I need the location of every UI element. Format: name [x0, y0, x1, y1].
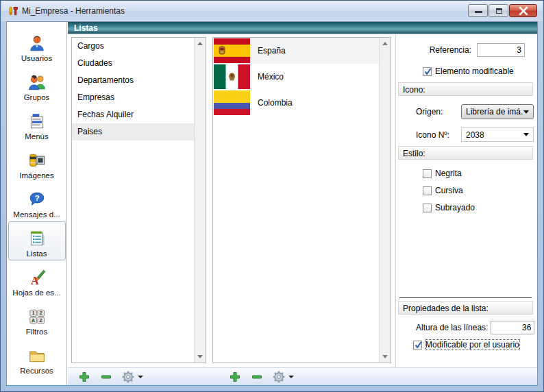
- reference-input[interactable]: [477, 43, 525, 57]
- elemento-modificable-label: Elemento modificable: [435, 66, 514, 76]
- element-label: España: [258, 46, 286, 56]
- page-title: Listas: [74, 23, 98, 33]
- estilo-section-header: Estilo:: [398, 146, 533, 160]
- panel-separator: [395, 34, 396, 367]
- remove-button[interactable]: [250, 370, 264, 384]
- user-icon: [27, 34, 47, 53]
- sidebar-item-label: Menús: [25, 132, 49, 140]
- close-button[interactable]: [509, 4, 537, 17]
- subrayado-checkbox[interactable]: [423, 204, 432, 212]
- chevron-down-icon: [523, 110, 529, 114]
- scroll-up-icon[interactable]: [195, 38, 206, 49]
- maximize-button[interactable]: [489, 4, 508, 17]
- scroll-down-icon[interactable]: [380, 351, 391, 363]
- svg-text:?: ?: [34, 193, 39, 203]
- cursiva-label: Cursiva: [435, 186, 463, 195]
- altura-input[interactable]: [491, 321, 534, 334]
- svg-text:2: 2: [39, 310, 42, 315]
- sidebar-item-label: Hojas de es...: [12, 289, 60, 297]
- app-tools-icon: [8, 5, 18, 16]
- sidebar-item-listas[interactable]: Listas: [8, 221, 66, 260]
- element-row-espana[interactable]: España: [213, 38, 379, 64]
- maximize-icon: [496, 8, 502, 14]
- element-label: México: [258, 72, 284, 82]
- chevron-down-icon: [138, 376, 143, 378]
- check-icon: [423, 67, 432, 76]
- notepad-icon: [27, 229, 47, 248]
- origen-combobox[interactable]: Librería de imá...: [461, 104, 534, 119]
- filter-keys-icon: 1 2 A Z: [27, 307, 47, 326]
- add-icon: [229, 371, 241, 383]
- cursiva-checkbox[interactable]: [423, 186, 432, 195]
- svg-text:1: 1: [32, 310, 34, 315]
- window-title: Mi_Empresa - Herramientas: [22, 6, 125, 16]
- list-item[interactable]: Cargos: [72, 38, 194, 55]
- element-label: Colombia: [258, 98, 293, 108]
- propiedades-section-header: Propiedades de la lista:: [398, 301, 533, 315]
- element-row-mexico[interactable]: México: [213, 64, 379, 90]
- lists-toolbar: [77, 370, 143, 384]
- modificable-usuario-checkbox[interactable]: [413, 341, 422, 350]
- lists-listbox: Cargos Ciudades Departamentos Empresas F…: [71, 37, 206, 363]
- sidebar-item-recursos[interactable]: Recursos: [8, 339, 66, 378]
- sidebar-item-menus[interactable]: Menús: [8, 104, 66, 143]
- svg-text:A: A: [32, 318, 35, 323]
- remove-icon: [251, 371, 263, 383]
- colombia-flag-icon: [214, 90, 250, 115]
- settings-gear-icon: [121, 370, 135, 384]
- list-item[interactable]: Ciudades: [72, 55, 194, 72]
- scroll-down-icon[interactable]: [195, 351, 206, 363]
- lists-scrollbar[interactable]: [194, 38, 206, 363]
- check-icon: [414, 341, 423, 350]
- title-bar[interactable]: Mi_Empresa - Herramientas: [1, 1, 543, 21]
- settings-menu-button[interactable]: [121, 370, 143, 384]
- panels: Cargos Ciudades Departamentos Empresas F…: [68, 34, 537, 367]
- sidebar-item-grupos[interactable]: Grupos: [8, 65, 66, 104]
- remove-icon: [100, 371, 112, 383]
- section-divider: [399, 297, 532, 298]
- film-icon: [27, 151, 47, 170]
- altura-label: Altura de las líneas:: [416, 323, 488, 332]
- scroll-up-icon[interactable]: [380, 38, 391, 49]
- sidebar-item-usuarios[interactable]: Usuarios: [8, 26, 66, 65]
- list-item[interactable]: Fechas Alquiler: [72, 106, 194, 123]
- list-item-selected[interactable]: Paises: [72, 123, 194, 140]
- add-button[interactable]: [77, 370, 91, 384]
- negrita-checkbox[interactable]: [423, 169, 432, 178]
- close-icon: [519, 7, 528, 15]
- icono-section-header: Icono:: [398, 82, 533, 96]
- list-item[interactable]: Departamentos: [72, 72, 194, 89]
- elements-listbox: España México: [212, 37, 391, 363]
- elements-scrollbar[interactable]: [379, 38, 391, 363]
- minimize-button[interactable]: [468, 4, 488, 17]
- modificable-usuario-label: Modificable por el usuario: [425, 340, 519, 350]
- origen-label: Origen:: [416, 107, 454, 117]
- settings-gear-icon: [272, 370, 286, 384]
- remove-button[interactable]: [99, 370, 113, 384]
- elements-toolbar: [228, 370, 294, 384]
- sidebar-item-mensajes[interactable]: ? Mensajes d...: [8, 182, 66, 221]
- elemento-modificable-checkbox[interactable]: [423, 67, 432, 76]
- add-button[interactable]: [228, 370, 242, 384]
- sidebar-item-filtros[interactable]: 1 2 A Z Filtros: [8, 299, 66, 339]
- svg-text:Z: Z: [39, 318, 42, 323]
- settings-menu-button[interactable]: [272, 370, 294, 384]
- app-window: Mi_Empresa - Herramientas: [0, 0, 544, 392]
- sidebar-item-imagenes[interactable]: Imágenes: [8, 143, 66, 182]
- icono-no-label: Icono Nº:: [416, 130, 454, 140]
- chevron-down-icon: [523, 133, 529, 136]
- list-item[interactable]: Empresas: [72, 89, 194, 106]
- sidebar-item-hojas[interactable]: A Hojas de es...: [8, 260, 66, 299]
- window-controls: [468, 4, 537, 17]
- icono-no-combobox[interactable]: 2038: [461, 127, 534, 142]
- sidebar-item-label: Grupos: [24, 93, 50, 101]
- folder-icon: [27, 346, 47, 365]
- negrita-label: Negrita: [435, 169, 462, 178]
- sidebar-item-label: Recursos: [20, 367, 53, 375]
- mexico-flag-icon: [214, 64, 250, 89]
- element-row-colombia[interactable]: Colombia: [213, 90, 379, 116]
- menu-icon: [27, 112, 47, 131]
- sidebar-item-label: Usuarios: [21, 54, 52, 62]
- content-area: Usuarios Grupos: [6, 21, 538, 386]
- sidebar-item-label: Listas: [26, 249, 47, 258]
